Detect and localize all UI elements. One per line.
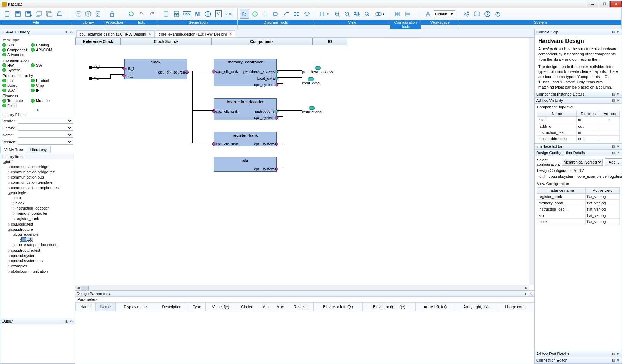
undock-icon[interactable]: ◧	[611, 30, 615, 34]
node-instruction-decoder[interactable]: instruction_decoder cpu_clk_sink instruc…	[214, 98, 277, 120]
io-port[interactable]: local_data	[302, 77, 320, 85]
undock-icon[interactable]: ◧	[611, 98, 615, 103]
view-config-table[interactable]: Instance nameActive view register_bankfl…	[537, 187, 620, 225]
filter-catalog[interactable]: Catalog	[31, 43, 55, 47]
terminal-marker[interactable]	[89, 77, 92, 80]
tree-item[interactable]: instruction_decoder	[16, 206, 49, 210]
undock-icon[interactable]: ◧	[65, 319, 69, 323]
gen-globe-icon[interactable]	[203, 9, 213, 19]
configuration-select[interactable]: hierarchical_verilog	[562, 159, 603, 166]
minimize-button[interactable]: —	[587, 1, 598, 7]
gen-doc-icon[interactable]	[161, 9, 171, 19]
design-canvas[interactable]: clk_i rst_i clock clk_i rst_i cpu_clk_so…	[75, 45, 529, 285]
node-alu[interactable]: alu cpu_system	[214, 157, 277, 172]
add-config-button[interactable]: Add...	[605, 158, 622, 166]
pointer-icon[interactable]	[240, 9, 249, 19]
info-icon[interactable]	[482, 9, 492, 19]
close-button[interactable]: ✕	[610, 1, 622, 7]
adhoc-table[interactable]: NameDirectionAd-hoc clk_iin✓iaddr_ooutin…	[537, 111, 620, 142]
close-panel-icon[interactable]: ✕	[69, 30, 74, 34]
filter-advanced[interactable]: Advanced	[2, 53, 27, 57]
undock-icon[interactable]: ◧	[611, 151, 615, 155]
column-header[interactable]: Components	[211, 38, 313, 45]
zoom-reset-icon[interactable]: 1:1	[353, 9, 362, 19]
filter-mutable[interactable]: Mutable	[31, 99, 55, 103]
table-row[interactable]: register_bankflat_verilog	[537, 194, 620, 200]
close-panel-icon[interactable]: ✕	[616, 352, 620, 356]
column-header[interactable]: IO	[313, 38, 347, 45]
tree-item-selected[interactable]: 1.0	[21, 237, 33, 241]
gen-vhd-icon[interactable]: VHD	[224, 9, 234, 19]
close-panel-icon[interactable]: ✕	[616, 144, 620, 149]
gen-csv-icon[interactable]: CSV	[182, 9, 192, 19]
table-row[interactable]: instruction_dec...flat_verilog	[537, 206, 620, 212]
library-select[interactable]	[18, 125, 73, 131]
version-select[interactable]	[18, 139, 73, 145]
editor-tab[interactable]: core_example.design (1.0) [HW Design]✕	[156, 30, 235, 37]
port-label[interactable]: local_data	[257, 76, 275, 81]
tree-item[interactable]: communication.bridge.test	[11, 170, 55, 174]
vendor-select[interactable]	[18, 118, 73, 124]
close-tab-icon[interactable]: ✕	[148, 32, 151, 36]
table-row[interactable]: clk_iin✓	[537, 117, 620, 123]
tree-item[interactable]: communication.bridge	[11, 165, 48, 169]
close-panel-icon[interactable]: ✕	[616, 358, 620, 362]
filter-component[interactable]: Component	[2, 48, 27, 52]
filter-product[interactable]: Product	[31, 78, 55, 83]
print-icon[interactable]	[55, 9, 65, 19]
cfg2-icon[interactable]	[403, 9, 413, 19]
undock-icon[interactable]: ◧	[611, 92, 615, 96]
close-panel-icon[interactable]: ✕	[529, 291, 533, 296]
book-icon[interactable]	[472, 9, 482, 19]
close-panel-icon[interactable]: ✕	[616, 151, 620, 155]
note-icon[interactable]	[302, 9, 312, 19]
power-icon[interactable]	[493, 9, 503, 19]
filter-bus[interactable]: Bus	[2, 43, 27, 47]
tree-item[interactable]: cpu.subsystem	[11, 253, 36, 258]
db-refresh-icon[interactable]	[74, 9, 83, 19]
horizontal-scrollbar[interactable]: ◀▶	[75, 285, 529, 290]
port-label[interactable]: cpu_clk_sink	[216, 109, 238, 113]
port-label[interactable]: cpu_system	[254, 83, 275, 87]
tree-item[interactable]: clock	[16, 201, 24, 205]
add-component-icon[interactable]	[250, 9, 260, 19]
table-row[interactable]: instruction_feedin	[537, 129, 620, 136]
tab-hierarchy[interactable]: Hierarchy	[27, 146, 51, 153]
port-label[interactable]: cpu_system	[254, 142, 275, 146]
port-label[interactable]: cpu_system	[254, 167, 275, 171]
lock-icon[interactable]	[107, 9, 117, 19]
filter-apicom[interactable]: API/COM	[31, 48, 55, 52]
close-panel-icon[interactable]: ✕	[616, 98, 620, 103]
save-icon[interactable]	[13, 9, 23, 19]
filter-system[interactable]: System	[2, 68, 27, 72]
close-panel-icon[interactable]: ✕	[616, 30, 620, 34]
filter-soc[interactable]: SoC	[2, 88, 27, 92]
column-header[interactable]: Reference Clock	[75, 38, 121, 45]
undo-icon[interactable]	[137, 9, 147, 19]
tree-item[interactable]: communication.template	[11, 180, 52, 184]
visibility-icon[interactable]: ▼	[372, 9, 388, 19]
tree-item[interactable]: register_bank	[16, 217, 39, 221]
settings-icon[interactable]	[462, 9, 471, 19]
filter-board[interactable]: Board	[2, 83, 27, 88]
name-select[interactable]	[18, 132, 73, 138]
redo-icon[interactable]	[147, 9, 157, 19]
save-hier-icon[interactable]	[44, 9, 54, 19]
node-memory-controller[interactable]: memory_controller cpu_clk_sink periphera…	[214, 59, 277, 86]
table-row[interactable]: aluflat_verilog	[537, 212, 620, 219]
workspace-dropdown[interactable]: Default▼	[434, 10, 455, 17]
maximize-button[interactable]: ☐	[599, 1, 610, 7]
parameters-table[interactable]: NameNameDisplay nameDescriptionTypeValue…	[75, 302, 534, 311]
port-label[interactable]: cpu_system	[254, 115, 275, 120]
undock-icon[interactable]: ◧	[611, 144, 615, 149]
filter-hw[interactable]: HW	[2, 63, 27, 67]
port-label[interactable]: cpu_clk_sink	[216, 142, 238, 146]
zoom-fit-icon[interactable]	[362, 9, 372, 19]
tree-item[interactable]: communication.bus	[11, 175, 44, 179]
tree-item[interactable]: cpu.subsystem.test	[11, 259, 44, 263]
port-label[interactable]: peripheral_access	[243, 69, 275, 74]
table-row[interactable]: clockflat_verilog	[537, 219, 620, 225]
table-row[interactable]: iaddr_oout	[537, 123, 620, 129]
node-register-bank[interactable]: register_bank cpu_clk_sink cpu_system	[214, 132, 277, 146]
undock-icon[interactable]: ◧	[611, 352, 615, 356]
